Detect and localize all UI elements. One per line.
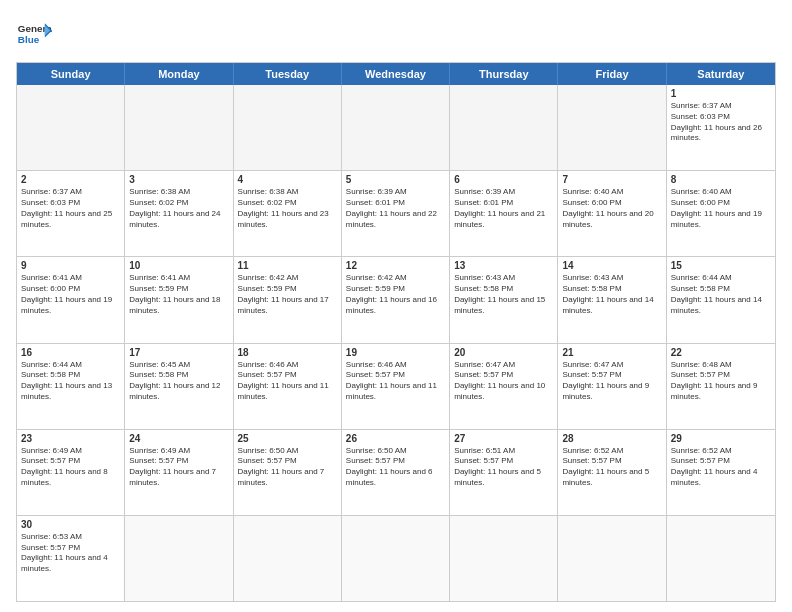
day-cell-29: 29Sunrise: 6:52 AM Sunset: 5:57 PM Dayli… — [667, 430, 775, 515]
empty-cell — [125, 516, 233, 601]
day-cell-28: 28Sunrise: 6:52 AM Sunset: 5:57 PM Dayli… — [558, 430, 666, 515]
day-cell-5: 5Sunrise: 6:39 AM Sunset: 6:01 PM Daylig… — [342, 171, 450, 256]
day-cell-2: 2Sunrise: 6:37 AM Sunset: 6:03 PM Daylig… — [17, 171, 125, 256]
day-cell-26: 26Sunrise: 6:50 AM Sunset: 5:57 PM Dayli… — [342, 430, 450, 515]
empty-cell — [125, 85, 233, 170]
cell-info: Sunrise: 6:38 AM Sunset: 6:02 PM Dayligh… — [238, 187, 337, 230]
cell-info: Sunrise: 6:41 AM Sunset: 5:59 PM Dayligh… — [129, 273, 228, 316]
cell-info: Sunrise: 6:52 AM Sunset: 5:57 PM Dayligh… — [671, 446, 771, 489]
cell-info: Sunrise: 6:50 AM Sunset: 5:57 PM Dayligh… — [346, 446, 445, 489]
cell-info: Sunrise: 6:40 AM Sunset: 6:00 PM Dayligh… — [671, 187, 771, 230]
day-of-week-tuesday: Tuesday — [234, 63, 342, 85]
empty-cell — [667, 516, 775, 601]
cell-info: Sunrise: 6:49 AM Sunset: 5:57 PM Dayligh… — [21, 446, 120, 489]
day-cell-20: 20Sunrise: 6:47 AM Sunset: 5:57 PM Dayli… — [450, 344, 558, 429]
empty-cell — [558, 516, 666, 601]
day-number: 6 — [454, 174, 553, 185]
calendar-row-4: 16Sunrise: 6:44 AM Sunset: 5:58 PM Dayli… — [17, 343, 775, 429]
day-cell-19: 19Sunrise: 6:46 AM Sunset: 5:57 PM Dayli… — [342, 344, 450, 429]
cell-info: Sunrise: 6:43 AM Sunset: 5:58 PM Dayligh… — [562, 273, 661, 316]
cell-info: Sunrise: 6:46 AM Sunset: 5:57 PM Dayligh… — [238, 360, 337, 403]
calendar-row-2: 2Sunrise: 6:37 AM Sunset: 6:03 PM Daylig… — [17, 170, 775, 256]
logo-icon: General Blue — [16, 16, 52, 52]
day-number: 27 — [454, 433, 553, 444]
empty-cell — [342, 85, 450, 170]
day-cell-14: 14Sunrise: 6:43 AM Sunset: 5:58 PM Dayli… — [558, 257, 666, 342]
cell-info: Sunrise: 6:51 AM Sunset: 5:57 PM Dayligh… — [454, 446, 553, 489]
calendar-row-1: 1Sunrise: 6:37 AM Sunset: 6:03 PM Daylig… — [17, 85, 775, 170]
day-number: 22 — [671, 347, 771, 358]
day-of-week-sunday: Sunday — [17, 63, 125, 85]
day-number: 26 — [346, 433, 445, 444]
cell-info: Sunrise: 6:44 AM Sunset: 5:58 PM Dayligh… — [21, 360, 120, 403]
cell-info: Sunrise: 6:37 AM Sunset: 6:03 PM Dayligh… — [671, 101, 771, 144]
day-cell-3: 3Sunrise: 6:38 AM Sunset: 6:02 PM Daylig… — [125, 171, 233, 256]
empty-cell — [450, 85, 558, 170]
day-number: 23 — [21, 433, 120, 444]
calendar-row-3: 9Sunrise: 6:41 AM Sunset: 6:00 PM Daylig… — [17, 256, 775, 342]
cell-info: Sunrise: 6:49 AM Sunset: 5:57 PM Dayligh… — [129, 446, 228, 489]
day-number: 11 — [238, 260, 337, 271]
logo: General Blue — [16, 16, 52, 52]
day-cell-10: 10Sunrise: 6:41 AM Sunset: 5:59 PM Dayli… — [125, 257, 233, 342]
day-number: 10 — [129, 260, 228, 271]
calendar-body: 1Sunrise: 6:37 AM Sunset: 6:03 PM Daylig… — [17, 85, 775, 601]
day-number: 4 — [238, 174, 337, 185]
cell-info: Sunrise: 6:37 AM Sunset: 6:03 PM Dayligh… — [21, 187, 120, 230]
day-cell-1: 1Sunrise: 6:37 AM Sunset: 6:03 PM Daylig… — [667, 85, 775, 170]
day-cell-18: 18Sunrise: 6:46 AM Sunset: 5:57 PM Dayli… — [234, 344, 342, 429]
day-cell-30: 30Sunrise: 6:53 AM Sunset: 5:57 PM Dayli… — [17, 516, 125, 601]
day-number: 3 — [129, 174, 228, 185]
day-cell-8: 8Sunrise: 6:40 AM Sunset: 6:00 PM Daylig… — [667, 171, 775, 256]
day-number: 24 — [129, 433, 228, 444]
day-number: 7 — [562, 174, 661, 185]
day-cell-22: 22Sunrise: 6:48 AM Sunset: 5:57 PM Dayli… — [667, 344, 775, 429]
empty-cell — [234, 85, 342, 170]
day-cell-12: 12Sunrise: 6:42 AM Sunset: 5:59 PM Dayli… — [342, 257, 450, 342]
day-cell-16: 16Sunrise: 6:44 AM Sunset: 5:58 PM Dayli… — [17, 344, 125, 429]
day-cell-15: 15Sunrise: 6:44 AM Sunset: 5:58 PM Dayli… — [667, 257, 775, 342]
calendar: SundayMondayTuesdayWednesdayThursdayFrid… — [16, 62, 776, 602]
header: General Blue — [16, 16, 776, 52]
cell-info: Sunrise: 6:50 AM Sunset: 5:57 PM Dayligh… — [238, 446, 337, 489]
day-number: 19 — [346, 347, 445, 358]
day-number: 8 — [671, 174, 771, 185]
day-number: 16 — [21, 347, 120, 358]
day-number: 9 — [21, 260, 120, 271]
cell-info: Sunrise: 6:41 AM Sunset: 6:00 PM Dayligh… — [21, 273, 120, 316]
cell-info: Sunrise: 6:46 AM Sunset: 5:57 PM Dayligh… — [346, 360, 445, 403]
calendar-row-6: 30Sunrise: 6:53 AM Sunset: 5:57 PM Dayli… — [17, 515, 775, 601]
cell-info: Sunrise: 6:47 AM Sunset: 5:57 PM Dayligh… — [454, 360, 553, 403]
cell-info: Sunrise: 6:39 AM Sunset: 6:01 PM Dayligh… — [346, 187, 445, 230]
page: General Blue SundayMondayTuesdayWednesda… — [0, 0, 792, 612]
day-number: 28 — [562, 433, 661, 444]
cell-info: Sunrise: 6:44 AM Sunset: 5:58 PM Dayligh… — [671, 273, 771, 316]
day-cell-11: 11Sunrise: 6:42 AM Sunset: 5:59 PM Dayli… — [234, 257, 342, 342]
cell-info: Sunrise: 6:42 AM Sunset: 5:59 PM Dayligh… — [346, 273, 445, 316]
cell-info: Sunrise: 6:47 AM Sunset: 5:57 PM Dayligh… — [562, 360, 661, 403]
day-cell-21: 21Sunrise: 6:47 AM Sunset: 5:57 PM Dayli… — [558, 344, 666, 429]
day-number: 12 — [346, 260, 445, 271]
day-number: 29 — [671, 433, 771, 444]
cell-info: Sunrise: 6:48 AM Sunset: 5:57 PM Dayligh… — [671, 360, 771, 403]
cell-info: Sunrise: 6:52 AM Sunset: 5:57 PM Dayligh… — [562, 446, 661, 489]
day-number: 5 — [346, 174, 445, 185]
cell-info: Sunrise: 6:40 AM Sunset: 6:00 PM Dayligh… — [562, 187, 661, 230]
day-cell-17: 17Sunrise: 6:45 AM Sunset: 5:58 PM Dayli… — [125, 344, 233, 429]
day-number: 1 — [671, 88, 771, 99]
empty-cell — [17, 85, 125, 170]
day-cell-23: 23Sunrise: 6:49 AM Sunset: 5:57 PM Dayli… — [17, 430, 125, 515]
day-number: 2 — [21, 174, 120, 185]
day-number: 14 — [562, 260, 661, 271]
day-cell-25: 25Sunrise: 6:50 AM Sunset: 5:57 PM Dayli… — [234, 430, 342, 515]
day-of-week-monday: Monday — [125, 63, 233, 85]
day-number: 20 — [454, 347, 553, 358]
cell-info: Sunrise: 6:53 AM Sunset: 5:57 PM Dayligh… — [21, 532, 120, 575]
day-cell-6: 6Sunrise: 6:39 AM Sunset: 6:01 PM Daylig… — [450, 171, 558, 256]
svg-text:Blue: Blue — [18, 34, 40, 45]
empty-cell — [558, 85, 666, 170]
day-number: 13 — [454, 260, 553, 271]
day-of-week-friday: Friday — [558, 63, 666, 85]
cell-info: Sunrise: 6:42 AM Sunset: 5:59 PM Dayligh… — [238, 273, 337, 316]
cell-info: Sunrise: 6:38 AM Sunset: 6:02 PM Dayligh… — [129, 187, 228, 230]
